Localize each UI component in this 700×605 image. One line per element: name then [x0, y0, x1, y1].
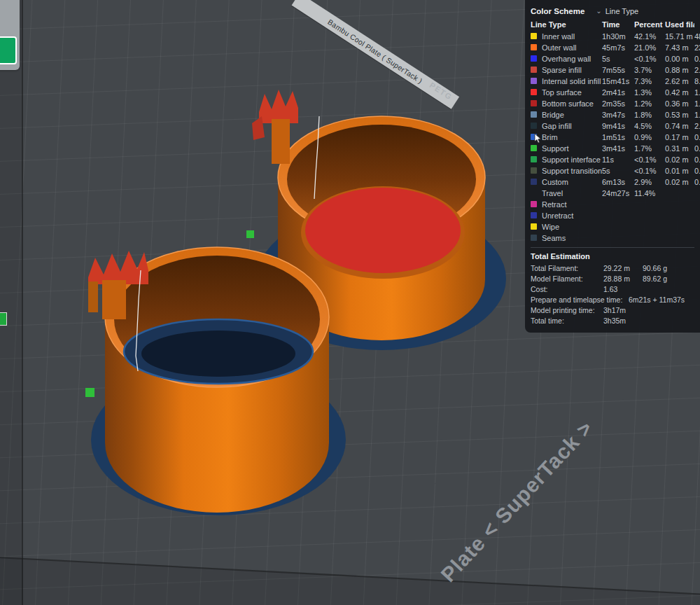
line-type-percent: <0.1% [634, 155, 665, 164]
line-type-used-g: 48.74 g [694, 32, 700, 41]
total-estimation-title: Total Estimation [531, 251, 700, 263]
line-type-row[interactable]: Support3m41s1.7%0.31 m0.96 g [531, 143, 700, 154]
line-type-row[interactable]: Custom6m13s2.9%0.02 m0.06 g [531, 176, 700, 188]
line-type-percent: 4.5% [634, 122, 665, 130]
line-type-used-m: 0.53 m [665, 111, 694, 119]
line-type-used-g: 0.03 g [694, 167, 700, 175]
line-type-used-g: 0.06 g [694, 155, 700, 164]
line-type-used-g: 1.64 g [694, 111, 700, 119]
line-type-label: Bottom surface [542, 99, 602, 108]
line-type-percent: 21.0% [634, 43, 665, 52]
line-type-row[interactable]: Unretract [531, 210, 700, 221]
line-type-label: Support transition [542, 167, 602, 175]
line-type-swatch [531, 167, 537, 174]
line-type-row[interactable]: Bridge3m47s1.8%0.53 m1.64 g [531, 109, 700, 120]
line-type-row[interactable]: Sparse infill7m55s3.7%0.88 m2.73 g [531, 64, 700, 76]
line-type-row[interactable]: Support interface11s<0.1%0.02 m0.06 g [531, 154, 700, 165]
line-type-time: 2m35s [602, 99, 634, 108]
line-type-table: Inner wall1h30m42.1%15.71 m48.74 gOuter … [531, 31, 700, 244]
total-estimation-row: Cost:1.63 [531, 284, 700, 294]
line-type-time: 3m41s [602, 144, 634, 153]
column-used-filament: Used filament [665, 20, 694, 29]
line-type-used-g: 8.13 g [694, 77, 700, 85]
outer-wall-front-bottom [105, 373, 329, 513]
chevron-down-icon: ⌄ [596, 8, 601, 15]
line-type-time: 6m13s [602, 178, 634, 186]
total-estimation-row: Model printing time:3h17m [531, 305, 700, 315]
total-label: Model Filament: [531, 274, 603, 283]
total-estimation-table: Total Filament:29.22 m90.66 gModel Filam… [531, 263, 700, 326]
line-type-row[interactable]: Support transition5s<0.1%0.01 m0.03 g [531, 165, 700, 176]
line-type-swatch [531, 89, 537, 95]
line-type-label: Unretract [542, 211, 602, 220]
line-type-used-g: 0.01 g [694, 55, 700, 63]
line-type-row[interactable]: Top surface2m41s1.3%0.42 m1.30 g [531, 87, 700, 98]
line-type-used-m: 0.31 m [665, 144, 694, 153]
line-type-swatch [531, 55, 537, 62]
total-value: 3h35m [603, 317, 643, 325]
line-type-percent: 1.8% [634, 111, 665, 119]
line-type-swatch [531, 156, 537, 162]
line-type-used-m: 0.74 m [665, 122, 694, 130]
plate-thumbnail-image [0, 38, 15, 63]
line-type-row[interactable]: Seams [531, 232, 700, 244]
line-type-percent: 42.1% [634, 32, 665, 41]
line-type-row[interactable]: Outer wall45m7s21.0%7.43 m23.05 g [531, 42, 700, 53]
line-type-label: Seams [542, 234, 602, 242]
line-type-used-g: 2.73 g [694, 66, 700, 74]
line-type-used-m: 0.42 m [665, 88, 694, 97]
line-type-used-m: 0.88 m [665, 66, 694, 74]
line-type-row[interactable]: Wipe [531, 221, 700, 232]
line-type-label: Bridge [542, 111, 602, 119]
line-type-label: Support interface [542, 155, 602, 164]
line-type-percent: 11.4% [634, 189, 665, 197]
line-type-label: Internal solid infill [542, 77, 602, 85]
total-label: Prepare and timelapse time: [531, 295, 629, 304]
line-type-row[interactable]: Internal solid infill15m41s7.3%2.62 m8.1… [531, 76, 700, 87]
line-type-row[interactable]: Brim1m51s0.9%0.17 m0.53 g [531, 132, 700, 143]
line-type-percent: 3.7% [634, 66, 665, 74]
panel-divider [531, 247, 694, 248]
total-estimation-row: Model Filament:28.88 m89.62 g [531, 273, 700, 284]
line-type-table-header: Line Type Time Percent Used filament [531, 18, 700, 31]
line-type-time: 5s [602, 55, 634, 63]
line-type-time: 1h30m [602, 32, 634, 41]
hole-shadow [141, 331, 295, 377]
total-label: Total Filament: [531, 264, 603, 272]
line-type-swatch [531, 111, 537, 118]
line-type-label: Outer wall [542, 43, 602, 52]
column-percent: Percent [634, 20, 665, 29]
line-type-row[interactable]: Inner wall1h30m42.1%15.71 m48.74 g [531, 31, 700, 42]
support-marker-front [85, 388, 94, 397]
line-type-swatch [531, 33, 537, 39]
line-type-label: Overhang wall [542, 55, 602, 63]
column-time: Time [602, 20, 634, 29]
model-ring-front[interactable] [91, 247, 346, 515]
line-type-row[interactable]: Overhang wall5s<0.1%0.00 m0.01 g [531, 53, 700, 64]
line-type-percent: 1.7% [634, 144, 665, 153]
line-type-swatch [531, 223, 537, 230]
color-scheme-dropdown[interactable]: ⌄ Line Type [592, 6, 644, 16]
line-type-label: Travel [542, 189, 602, 197]
total-value-secondary: 89.62 g [643, 274, 692, 283]
line-type-row[interactable]: Bottom surface2m35s1.2%0.36 m1.12 g [531, 98, 700, 109]
line-type-row[interactable]: Gap infill9m41s4.5%0.74 m2.30 g [531, 120, 700, 132]
color-scheme-panel: Color Scheme ⌄ Line Type Line Type Time … [525, 0, 700, 333]
line-type-row[interactable]: Retract [531, 199, 700, 210]
plate-thumbnail[interactable] [0, 36, 17, 64]
line-type-used-m: 0.02 m [665, 178, 694, 186]
line-type-label: Support [542, 144, 602, 153]
panel-title: Color Scheme [531, 7, 584, 15]
line-type-swatch [531, 78, 537, 84]
total-label: Total time: [531, 317, 603, 325]
line-type-used-g: 0.96 g [694, 144, 700, 153]
line-type-row[interactable]: Travel24m27s11.4% [531, 188, 700, 199]
support-marker-back [246, 230, 254, 238]
line-type-time: 24m27s [602, 189, 634, 197]
line-type-time: 2m41s [602, 88, 634, 97]
line-type-used-m: 0.01 m [665, 167, 694, 175]
total-estimation-row: Total time:3h35m [531, 315, 700, 326]
total-value: 6m21s + 11m37s [629, 295, 700, 304]
line-type-time: 9m41s [602, 122, 634, 130]
line-type-used-g: 2.30 g [694, 122, 700, 130]
